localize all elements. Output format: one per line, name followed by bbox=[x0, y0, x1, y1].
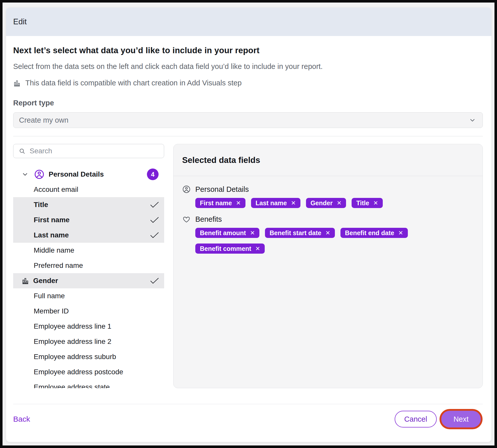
data-field-first-name[interactable]: First name bbox=[13, 212, 164, 228]
chip-label: Benefit end date bbox=[345, 229, 394, 237]
chip-label: First name bbox=[200, 199, 232, 207]
dialog-header: Edit bbox=[6, 8, 491, 36]
check-icon bbox=[150, 201, 159, 208]
selected-fields-panel: Selected data fields Personal DetailsFir… bbox=[173, 144, 483, 388]
data-field-label: Gender bbox=[33, 277, 58, 285]
chip-label: Benefit comment bbox=[200, 245, 251, 252]
chip-label: Last name bbox=[256, 199, 287, 207]
chevron-down-icon[interactable] bbox=[22, 171, 28, 178]
data-field-employee-address-postcode[interactable]: Employee address postcode bbox=[13, 364, 164, 380]
selected-chips-personal-details: First name✕Last name✕Gender✕Title✕ bbox=[195, 198, 474, 208]
chevron-down-icon bbox=[469, 117, 476, 124]
close-icon[interactable]: ✕ bbox=[398, 230, 403, 236]
data-field-label: Last name bbox=[34, 231, 69, 239]
data-field-employee-address-line-2[interactable]: Employee address line 2 bbox=[13, 334, 164, 349]
cancel-button[interactable]: Cancel bbox=[395, 411, 437, 427]
close-icon[interactable]: ✕ bbox=[236, 200, 241, 206]
data-field-middle-name[interactable]: Middle name bbox=[13, 243, 164, 258]
data-field-title[interactable]: Title bbox=[13, 197, 164, 212]
person-icon bbox=[34, 169, 45, 180]
data-field-label: Middle name bbox=[34, 246, 74, 254]
close-icon[interactable]: ✕ bbox=[373, 200, 378, 206]
data-field-label: Account email bbox=[34, 185, 78, 194]
selected-fields-title: Selected data fields bbox=[182, 155, 260, 165]
close-icon[interactable]: ✕ bbox=[337, 200, 341, 206]
chip-label: Gender bbox=[311, 199, 333, 207]
data-field-label: Preferred name bbox=[34, 262, 83, 270]
chip-benefit-end-date[interactable]: Benefit end date✕ bbox=[340, 228, 408, 238]
data-field-label: Employee address suburb bbox=[34, 353, 116, 361]
chip-benefit-comment[interactable]: Benefit comment✕ bbox=[195, 244, 265, 254]
data-field-preferred-name[interactable]: Preferred name bbox=[13, 258, 164, 273]
close-icon[interactable]: ✕ bbox=[250, 230, 255, 236]
chip-title[interactable]: Title✕ bbox=[352, 198, 383, 208]
chip-first-name[interactable]: First name✕ bbox=[195, 198, 245, 208]
data-field-full-name[interactable]: Full name bbox=[13, 288, 164, 304]
heart-icon bbox=[182, 215, 191, 223]
dataset-group-label: Personal Details bbox=[49, 170, 104, 178]
close-icon[interactable]: ✕ bbox=[255, 246, 260, 252]
close-icon[interactable]: ✕ bbox=[325, 230, 330, 236]
chip-label: Benefit amount bbox=[200, 229, 246, 237]
chart-compatible-icon bbox=[22, 277, 29, 285]
data-field-employee-address-line-1[interactable]: Employee address line 1 bbox=[13, 319, 164, 334]
data-field-employee-address-state[interactable]: Employee address state bbox=[13, 380, 164, 388]
divider bbox=[13, 136, 483, 136]
chip-label: Benefit start date bbox=[270, 229, 321, 237]
close-icon[interactable]: ✕ bbox=[291, 200, 296, 206]
report-type-value: Create my own bbox=[19, 116, 68, 124]
search-input[interactable] bbox=[13, 144, 164, 158]
check-icon bbox=[150, 277, 159, 284]
selected-group-label: Personal Details bbox=[195, 185, 249, 194]
selected-chips-benefits: Benefit amount✕Benefit start date✕Benefi… bbox=[195, 228, 474, 254]
footer-divider bbox=[13, 404, 483, 404]
chip-benefit-amount[interactable]: Benefit amount✕ bbox=[195, 228, 259, 238]
chip-gender[interactable]: Gender✕ bbox=[306, 198, 346, 208]
data-field-label: Employee address line 2 bbox=[34, 338, 111, 346]
back-link[interactable]: Back bbox=[13, 415, 30, 423]
data-field-label: Employee address line 1 bbox=[34, 322, 111, 330]
dialog-title: Edit bbox=[13, 17, 27, 26]
data-field-employee-address-suburb[interactable]: Employee address suburb bbox=[13, 349, 164, 364]
chip-benefit-start-date[interactable]: Benefit start date✕ bbox=[265, 228, 335, 238]
data-field-member-id[interactable]: Member ID bbox=[13, 304, 164, 319]
person-icon bbox=[182, 185, 191, 194]
report-type-select[interactable]: Create my own bbox=[13, 112, 483, 128]
data-field-label: Member ID bbox=[34, 307, 69, 315]
data-field-account-email[interactable]: Account email bbox=[13, 182, 164, 197]
edit-dialog: Edit Next let’s select what data you’d l… bbox=[6, 8, 491, 442]
page-background: Edit Next let’s select what data you’d l… bbox=[3, 3, 494, 445]
chip-label: Title bbox=[356, 199, 369, 207]
check-icon bbox=[150, 232, 159, 239]
selected-group-benefits: Benefits bbox=[182, 214, 474, 225]
check-icon bbox=[150, 217, 159, 223]
data-field-label: Employee address postcode bbox=[34, 368, 123, 376]
data-field-last-name[interactable]: Last name bbox=[13, 228, 164, 243]
chart-hint-row: This data field is compatible with chart… bbox=[13, 79, 483, 87]
data-field-label: Full name bbox=[34, 292, 65, 300]
chart-hint-text: This data field is compatible with chart… bbox=[25, 79, 242, 87]
bar-chart-icon bbox=[13, 79, 21, 87]
search-icon bbox=[19, 148, 26, 155]
dataset-group-personal-details[interactable]: Personal Details 4 bbox=[13, 167, 164, 182]
selected-group-label: Benefits bbox=[195, 215, 222, 223]
report-type-label: Report type bbox=[13, 99, 483, 107]
data-field-list: Account emailTitleFirst nameLast nameMid… bbox=[13, 182, 164, 388]
selected-count-badge: 4 bbox=[147, 169, 159, 180]
selected-group-personal-details: Personal Details bbox=[182, 184, 474, 195]
data-field-label: First name bbox=[34, 216, 70, 224]
data-field-label: Employee address state bbox=[34, 383, 110, 388]
page-title: Next let’s select what data you’d like t… bbox=[13, 46, 483, 55]
chip-last-name[interactable]: Last name✕ bbox=[251, 198, 300, 208]
data-field-label: Title bbox=[34, 201, 48, 209]
page-subtitle: Select from the data sets on the left an… bbox=[13, 62, 483, 71]
data-field-gender[interactable]: Gender bbox=[13, 273, 164, 288]
dataset-list-panel: Personal Details 4 Account emailTitleFir… bbox=[13, 144, 164, 388]
next-button[interactable]: Next bbox=[441, 411, 481, 427]
